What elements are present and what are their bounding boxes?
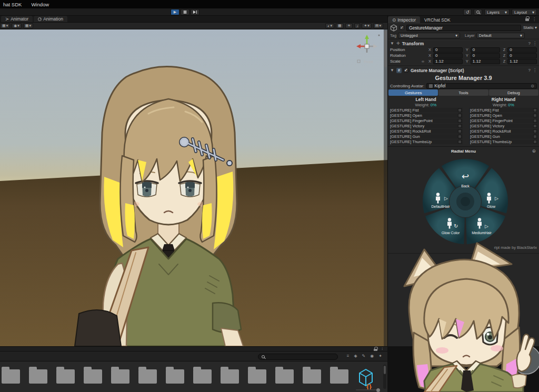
package-asset-icon[interactable]: {} xyxy=(357,368,374,390)
gesture-row[interactable]: [GESTURE] Gun xyxy=(389,134,463,139)
gesture-edit-toggle[interactable] xyxy=(458,114,462,117)
tool-dropdown-button[interactable]: ▦▾ xyxy=(0,23,10,28)
rotation-y-field[interactable]: 0 xyxy=(471,53,500,58)
gesture-edit-toggle[interactable] xyxy=(458,129,462,133)
gesture-row[interactable]: [GESTURE] Rock&Roll xyxy=(469,129,538,134)
tab-debug[interactable]: Debug xyxy=(489,89,538,96)
gizmo-center-cube[interactable] xyxy=(365,44,369,48)
project-scrollbar-thumb[interactable] xyxy=(384,366,386,374)
kebab-menu-icon[interactable]: ⋮ xyxy=(532,17,536,21)
layers-dropdown[interactable]: Layers ▾ xyxy=(484,9,510,15)
folder-icon[interactable] xyxy=(2,369,20,384)
foldout-icon[interactable]: ▼ xyxy=(390,41,394,46)
scale-x-field[interactable]: 1.12 xyxy=(433,59,463,64)
gameobject-active-checkbox[interactable]: ✓ xyxy=(400,25,404,30)
shading-mode-button[interactable]: ◐▾ xyxy=(325,23,334,28)
gesture-row[interactable]: [GESTURE] FingerPoint xyxy=(469,118,538,123)
folder-icon[interactable] xyxy=(56,369,75,384)
rotation-x-field[interactable]: 0 xyxy=(433,53,463,58)
target-icon[interactable]: ◉ xyxy=(370,354,374,358)
radial-menu-settings-icon[interactable]: ⊕ xyxy=(532,148,536,154)
filter-icon[interactable]: ≡ xyxy=(347,354,350,358)
gesture-edit-toggle[interactable] xyxy=(458,108,462,112)
edit-icon[interactable]: ✎ xyxy=(362,354,366,358)
gesture-edit-toggle[interactable] xyxy=(533,135,537,138)
folder-icon[interactable] xyxy=(84,369,102,384)
menu-window[interactable]: Window xyxy=(31,2,49,7)
scene-scrollbar[interactable] xyxy=(384,29,387,346)
object-picker-icon[interactable]: ⊙ xyxy=(531,84,534,88)
position-x-field[interactable]: 0 xyxy=(433,47,463,53)
gesture-edit-toggle[interactable] xyxy=(533,108,537,112)
tab-vrchat-sdk[interactable]: VRChat SDK xyxy=(420,16,455,23)
controlling-avatar-field[interactable]: Kipfel ⊙ xyxy=(426,83,537,89)
folder-icon[interactable] xyxy=(275,369,294,384)
2d-toggle-button[interactable]: ▦ xyxy=(336,23,344,28)
static-toggle[interactable]: Static ▾ xyxy=(523,25,537,30)
type-search-icon[interactable]: ◈ xyxy=(354,354,357,358)
scale-y-field[interactable]: 1.12 xyxy=(471,59,500,64)
star-icon[interactable]: ✦ xyxy=(378,354,382,358)
gameobject-cube-icon[interactable] xyxy=(390,24,397,32)
scale-z-field[interactable]: 1.12 xyxy=(507,59,537,64)
scene-scrollbar-thumb[interactable] xyxy=(384,31,387,67)
position-z-field[interactable]: 0 xyxy=(507,47,537,53)
transform-header[interactable]: ▼ ✛ Transform ? ⋮ xyxy=(388,39,539,47)
scene-orientation-gizmo[interactable]: Front xyxy=(353,33,381,66)
tab-tools[interactable]: Tools xyxy=(438,89,488,96)
gesture-edit-toggle[interactable] xyxy=(533,114,537,117)
folder-icon[interactable] xyxy=(138,369,157,384)
pivot-dropdown-button[interactable]: ◉▾ xyxy=(12,23,22,28)
slider-knob[interactable] xyxy=(376,388,380,392)
step-button[interactable] xyxy=(191,9,199,15)
audio-toggle-button[interactable]: ♪ xyxy=(354,23,361,28)
component-enabled-checkbox[interactable]: ✓ xyxy=(404,68,408,73)
gameobject-name-field[interactable]: GestureManager xyxy=(406,25,521,31)
gesture-row[interactable]: [GESTURE] Open xyxy=(469,113,538,118)
search-button[interactable] xyxy=(474,9,482,15)
gesture-row[interactable]: [GESTURE] Fist xyxy=(469,108,538,113)
tag-dropdown[interactable]: Untagged ▾ xyxy=(398,33,460,38)
z-axis-icon[interactable] xyxy=(373,44,377,48)
gesture-edit-toggle[interactable] xyxy=(458,124,462,128)
folder-icon[interactable] xyxy=(193,369,212,384)
gesture-edit-toggle[interactable] xyxy=(458,140,462,144)
gesture-row[interactable]: [GESTURE] Gun xyxy=(469,134,538,139)
folder-icon[interactable] xyxy=(303,369,321,384)
tab-inspector[interactable]: ⊙ Inspector xyxy=(388,16,420,23)
scene-viewport[interactable]: Front xyxy=(0,29,387,346)
gesture-row[interactable]: [GESTURE] Fist xyxy=(389,108,463,113)
folder-icon[interactable] xyxy=(29,369,47,384)
gesture-row[interactable]: [GESTURE] Victory xyxy=(469,124,538,128)
folder-icon[interactable] xyxy=(330,369,348,384)
folder-icon[interactable] xyxy=(248,369,266,384)
gesture-row[interactable]: [GESTURE] FingerPoint xyxy=(389,118,463,123)
rotation-z-field[interactable]: 0 xyxy=(507,53,537,58)
effects-dropdown-button[interactable]: ✦▾ xyxy=(362,23,371,28)
gesture-edit-toggle[interactable] xyxy=(533,124,537,128)
icon-size-slider[interactable] xyxy=(356,389,380,390)
y-axis-icon[interactable] xyxy=(365,35,369,39)
help-icon[interactable]: ? xyxy=(528,41,531,46)
kebab-menu-icon[interactable]: ⋮ xyxy=(533,41,537,46)
gesture-edit-toggle[interactable] xyxy=(458,119,462,123)
snap-dropdown-button[interactable]: ▦▾ xyxy=(23,23,33,28)
lighting-toggle-button[interactable]: ☀ xyxy=(345,23,353,28)
tab-animator[interactable]: ≻ Animator xyxy=(1,16,33,22)
help-icon[interactable]: ? xyxy=(528,68,531,73)
gesture-row[interactable]: [GESTURE] ThumbsUp xyxy=(469,139,538,144)
history-button[interactable]: ↺ xyxy=(463,9,472,15)
pause-button[interactable] xyxy=(181,9,189,15)
gesture-manager-header[interactable]: ▼ # ✓ Gesture Manager (Script) ? ⋮ xyxy=(388,66,539,74)
gizmo-view-label[interactable]: Front xyxy=(364,59,373,64)
tab-gestures[interactable]: Gestures xyxy=(388,89,438,96)
gesture-row[interactable]: [GESTURE] Open xyxy=(389,113,463,118)
gesture-edit-toggle[interactable] xyxy=(533,140,537,144)
play-button[interactable]: ▶ xyxy=(171,9,179,15)
kebab-menu-icon[interactable]: ⋮ xyxy=(533,68,537,73)
gizmos-dropdown-button[interactable]: ▤▾ xyxy=(373,23,383,28)
layout-dropdown[interactable]: Layout ▾ xyxy=(512,9,537,15)
foldout-icon[interactable]: ▼ xyxy=(390,68,394,73)
gesture-row[interactable]: [GESTURE] ThumbsUp xyxy=(389,139,463,144)
tab-animation[interactable]: Animation xyxy=(34,16,67,22)
